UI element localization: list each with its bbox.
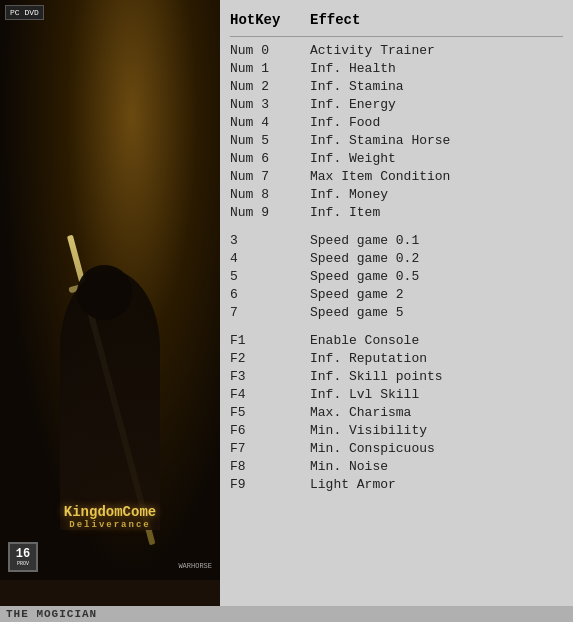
table-row: Num 5Inf. Stamina Horse [230, 131, 563, 149]
section-gap-2 [230, 321, 563, 331]
hotkey-cell: Num 2 [230, 79, 310, 94]
warhorse-logo: WARHORSE [178, 562, 212, 570]
hotkey-cell: Num 4 [230, 115, 310, 130]
hotkey-cell: 7 [230, 305, 310, 320]
section-gap-1 [230, 221, 563, 231]
table-row: 3Speed game 0.1 [230, 231, 563, 249]
effect-cell: Speed game 2 [310, 287, 563, 302]
table-row: Num 0Activity Trainer [230, 41, 563, 59]
effect-column-header: Effect [310, 12, 563, 28]
hotkey-cell: F3 [230, 369, 310, 384]
hotkey-column-header: HotKey [230, 12, 310, 28]
effect-cell: Inf. Reputation [310, 351, 563, 366]
age-number: 16 [16, 547, 30, 561]
pc-dvd-badge: PC DVD [5, 5, 44, 20]
hotkey-cell: Num 9 [230, 205, 310, 220]
effect-cell: Inf. Stamina Horse [310, 133, 563, 148]
table-row: Num 7Max Item Condition [230, 167, 563, 185]
speed-keybindings-section: 3Speed game 0.14Speed game 0.25Speed gam… [230, 231, 563, 321]
game-logo: KingdomCome Deliverance [64, 504, 156, 530]
hotkey-cell: 5 [230, 269, 310, 284]
hotkey-cell: Num 7 [230, 169, 310, 184]
hotkey-cell: Num 5 [230, 133, 310, 148]
author-label: THE MOGICIAN [6, 608, 97, 620]
table-row: F8Min. Noise [230, 457, 563, 475]
effect-cell: Speed game 0.5 [310, 269, 563, 284]
effect-cell: Inf. Energy [310, 97, 563, 112]
effect-cell: Light Armor [310, 477, 563, 492]
effect-cell: Inf. Weight [310, 151, 563, 166]
table-row: F7Min. Conspicuous [230, 439, 563, 457]
footer-bar: THE MOGICIAN [0, 606, 573, 622]
hotkey-cell: F7 [230, 441, 310, 456]
effect-cell: Min. Visibility [310, 423, 563, 438]
table-row: F2Inf. Reputation [230, 349, 563, 367]
effect-cell: Max. Charisma [310, 405, 563, 420]
table-header: HotKey Effect [230, 8, 563, 37]
effect-cell: Min. Noise [310, 459, 563, 474]
cover-background [0, 0, 220, 580]
game-cover: PC DVD KingdomCome Deliverance 16 PROV W… [0, 0, 220, 580]
effect-cell: Inf. Food [310, 115, 563, 130]
left-panel: PC DVD KingdomCome Deliverance 16 PROV W… [0, 0, 220, 606]
main-layout: PC DVD KingdomCome Deliverance 16 PROV W… [0, 0, 573, 606]
effect-cell: Speed game 0.1 [310, 233, 563, 248]
hotkey-cell: 6 [230, 287, 310, 302]
table-row: Num 6Inf. Weight [230, 149, 563, 167]
table-row: F5Max. Charisma [230, 403, 563, 421]
effect-cell: Inf. Lvl Skill [310, 387, 563, 402]
table-row: F3Inf. Skill points [230, 367, 563, 385]
effect-cell: Max Item Condition [310, 169, 563, 184]
table-row: F4Inf. Lvl Skill [230, 385, 563, 403]
table-row: F9Light Armor [230, 475, 563, 493]
hotkey-table-panel: HotKey Effect Num 0Activity TrainerNum 1… [220, 0, 573, 606]
table-row: 7Speed game 5 [230, 303, 563, 321]
effect-cell: Min. Conspicuous [310, 441, 563, 456]
hotkey-cell: F1 [230, 333, 310, 348]
table-row: 5Speed game 0.5 [230, 267, 563, 285]
table-row: Num 8Inf. Money [230, 185, 563, 203]
table-row: Num 4Inf. Food [230, 113, 563, 131]
effect-cell: Inf. Health [310, 61, 563, 76]
hotkey-cell: F5 [230, 405, 310, 420]
hotkey-cell: Num 8 [230, 187, 310, 202]
age-rating-badge: 16 PROV [8, 542, 38, 572]
table-row: F6Min. Visibility [230, 421, 563, 439]
hotkey-cell: F9 [230, 477, 310, 492]
effect-cell: Speed game 5 [310, 305, 563, 320]
effect-cell: Enable Console [310, 333, 563, 348]
table-row: F1Enable Console [230, 331, 563, 349]
table-row: Num 3Inf. Energy [230, 95, 563, 113]
hotkey-cell: 4 [230, 251, 310, 266]
table-row: Num 2Inf. Stamina [230, 77, 563, 95]
effect-cell: Activity Trainer [310, 43, 563, 58]
age-provisional: PROV [17, 561, 29, 567]
hotkey-cell: Num 3 [230, 97, 310, 112]
table-row: 4Speed game 0.2 [230, 249, 563, 267]
hotkey-cell: Num 1 [230, 61, 310, 76]
effect-cell: Inf. Item [310, 205, 563, 220]
effect-cell: Inf. Money [310, 187, 563, 202]
effect-cell: Speed game 0.2 [310, 251, 563, 266]
effect-cell: Inf. Skill points [310, 369, 563, 384]
hotkey-cell: Num 0 [230, 43, 310, 58]
table-row: Num 1Inf. Health [230, 59, 563, 77]
hotkey-cell: Num 6 [230, 151, 310, 166]
table-row: 6Speed game 2 [230, 285, 563, 303]
num-keybindings-section: Num 0Activity TrainerNum 1Inf. HealthNum… [230, 41, 563, 221]
effect-cell: Inf. Stamina [310, 79, 563, 94]
hotkey-cell: 3 [230, 233, 310, 248]
hotkey-cell: F6 [230, 423, 310, 438]
logo-sub-text: Deliverance [64, 520, 156, 530]
hotkey-cell: F4 [230, 387, 310, 402]
logo-main-text: KingdomCome [64, 504, 156, 520]
table-row: Num 9Inf. Item [230, 203, 563, 221]
fn-keybindings-section: F1Enable ConsoleF2Inf. ReputationF3Inf. … [230, 331, 563, 493]
hotkey-cell: F8 [230, 459, 310, 474]
hotkey-cell: F2 [230, 351, 310, 366]
